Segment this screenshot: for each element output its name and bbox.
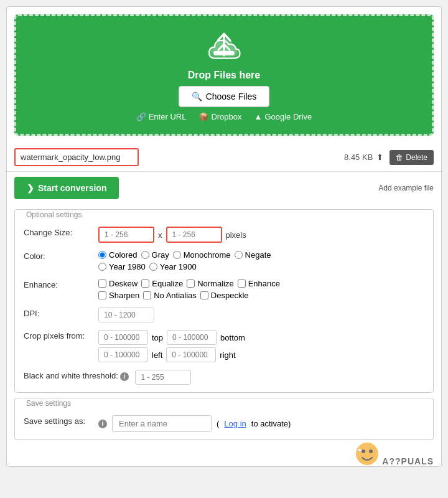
- crop-left-label: left: [152, 350, 162, 360]
- google-drive-link[interactable]: ▲ Google Drive: [254, 112, 312, 121]
- dropbox-icon: 📦: [198, 112, 208, 121]
- appuals-face: [355, 441, 380, 466]
- login-link[interactable]: Log in: [224, 419, 246, 428]
- save-as-controls: i ( Log in to activate): [98, 415, 291, 432]
- equalize-checkbox[interactable]: Equalize: [141, 279, 183, 288]
- year1900-radio[interactable]: Year 1900: [149, 262, 197, 271]
- pixels-label: pixels: [226, 230, 246, 240]
- search-icon: 🔍: [192, 92, 202, 101]
- enhance-row: Enhance: Deskew Equalize Normalize: [24, 279, 424, 300]
- bw-threshold-controls: [135, 370, 191, 385]
- color-row-1: Colored Gray Monochrome Negate: [98, 250, 271, 260]
- negate-radio[interactable]: Negate: [235, 250, 271, 260]
- crop-controls: top bottom left right: [98, 330, 245, 362]
- delete-button[interactable]: 🗑 Delete: [390, 150, 434, 165]
- save-as-label: Save settings as:: [24, 415, 92, 426]
- save-as-row: Save settings as: i ( Log in to activate…: [24, 415, 424, 432]
- size-height-input[interactable]: [166, 227, 222, 243]
- optional-settings-content: Change Size: x pixels Color: Col: [15, 219, 433, 392]
- x-separator: x: [158, 230, 162, 240]
- year1980-radio[interactable]: Year 1980: [98, 262, 146, 271]
- link-icon: 🔗: [136, 112, 146, 121]
- optional-settings-title: Optional settings: [21, 210, 86, 219]
- deskew-checkbox[interactable]: Deskew: [98, 279, 138, 288]
- enhance-row-1: Deskew Equalize Normalize Enhance: [98, 279, 280, 288]
- save-settings-title: Save settings: [21, 399, 76, 408]
- crop-label: Crop pixels from:: [24, 330, 92, 341]
- bw-threshold-label: Black and white threshold: i: [24, 370, 129, 381]
- svg-point-3: [369, 449, 373, 453]
- dropbox-link[interactable]: 📦 Dropbox: [198, 112, 241, 121]
- watermark: A??PUALS: [355, 441, 434, 466]
- chevron-right-icon: ❯: [27, 183, 34, 193]
- activate-text: (: [217, 419, 219, 428]
- add-example-link[interactable]: Add example file: [378, 184, 434, 192]
- dpi-input[interactable]: [98, 308, 154, 322]
- google-drive-icon: ▲: [254, 112, 263, 121]
- file-row: 8.45 KB ⬆ 🗑 Delete: [7, 143, 441, 172]
- crop-bottom-input[interactable]: [167, 330, 217, 345]
- bw-threshold-input[interactable]: [135, 370, 191, 385]
- dpi-controls: [98, 308, 154, 322]
- gray-radio[interactable]: Gray: [141, 250, 169, 260]
- size-width-input[interactable]: [98, 227, 154, 243]
- sharpen-checkbox[interactable]: Sharpen: [98, 291, 139, 300]
- color-controls: Colored Gray Monochrome Negate: [98, 250, 271, 271]
- change-size-controls: x pixels: [98, 227, 246, 243]
- trash-icon: 🗑: [396, 153, 403, 162]
- normalize-checkbox[interactable]: Normalize: [187, 279, 234, 288]
- enhance-checkbox[interactable]: Enhance: [238, 279, 280, 288]
- change-size-row: Change Size: x pixels: [24, 227, 424, 243]
- to-activate-text: to activate): [251, 419, 291, 428]
- bw-threshold-row: Black and white threshold: i: [24, 370, 424, 385]
- cloud-upload-icon: [205, 35, 243, 65]
- svg-point-2: [362, 449, 365, 453]
- save-name-input[interactable]: [112, 415, 212, 432]
- crop-right-label: right: [220, 350, 235, 360]
- enhance-label: Enhance:: [24, 279, 92, 289]
- crop-row-2: left right: [98, 347, 245, 362]
- crop-bottom-label: bottom: [220, 333, 245, 342]
- action-row: ❯ Start conversion Add example file: [7, 172, 441, 204]
- despeckle-checkbox[interactable]: Despeckle: [200, 291, 249, 300]
- enhance-row-2: Sharpen No Antialias Despeckle: [98, 291, 280, 300]
- crop-row: Crop pixels from: top bottom left right: [24, 330, 424, 362]
- no-antialias-checkbox[interactable]: No Antialias: [143, 291, 197, 300]
- watermark-area: A??PUALS: [7, 448, 441, 466]
- color-row-2: Year 1980 Year 1900: [98, 262, 271, 271]
- choose-files-button[interactable]: 🔍 Choose Files: [179, 86, 270, 107]
- save-settings-section: Save settings Save settings as: i ( Log …: [14, 398, 434, 440]
- file-name-input[interactable]: [14, 148, 139, 166]
- bw-info-icon[interactable]: i: [120, 372, 129, 381]
- monochrome-radio[interactable]: Monochrome: [173, 250, 231, 260]
- enter-url-link[interactable]: 🔗 Enter URL: [136, 112, 187, 121]
- watermark-text: A??PUALS: [382, 456, 434, 466]
- crop-right-input[interactable]: [166, 347, 216, 362]
- dpi-row: DPI:: [24, 308, 424, 322]
- change-size-label: Change Size:: [24, 227, 92, 237]
- crop-row-1: top bottom: [98, 330, 245, 345]
- start-conversion-button[interactable]: ❯ Start conversion: [14, 177, 119, 199]
- save-info-icon[interactable]: i: [98, 420, 107, 428]
- svg-point-1: [356, 443, 378, 465]
- save-settings-content: Save settings as: i ( Log in to activate…: [15, 408, 433, 439]
- size-inputs-row: x pixels: [98, 227, 246, 243]
- colored-radio[interactable]: Colored: [98, 250, 138, 260]
- svg-rect-4: [358, 449, 362, 451]
- main-container: Drop Files here 🔍 Choose Files 🔗 Enter U…: [6, 6, 442, 467]
- dpi-label: DPI:: [24, 308, 92, 318]
- upload-small-icon: ⬆: [376, 153, 383, 162]
- drop-text: Drop Files here: [188, 70, 260, 81]
- crop-left-input[interactable]: [98, 347, 148, 362]
- enhance-controls: Deskew Equalize Normalize Enhance: [98, 279, 280, 300]
- color-row: Color: Colored Gray Monochrome: [24, 250, 424, 271]
- crop-top-label: top: [152, 333, 163, 342]
- file-size: 8.45 KB ⬆: [344, 153, 383, 162]
- drop-links: 🔗 Enter URL 📦 Dropbox ▲ Google Drive: [136, 112, 312, 121]
- drop-zone[interactable]: Drop Files here 🔍 Choose Files 🔗 Enter U…: [14, 14, 434, 136]
- crop-top-input[interactable]: [98, 330, 148, 345]
- color-label: Color:: [24, 250, 92, 261]
- optional-settings-section: Optional settings Change Size: x pixels …: [14, 209, 434, 393]
